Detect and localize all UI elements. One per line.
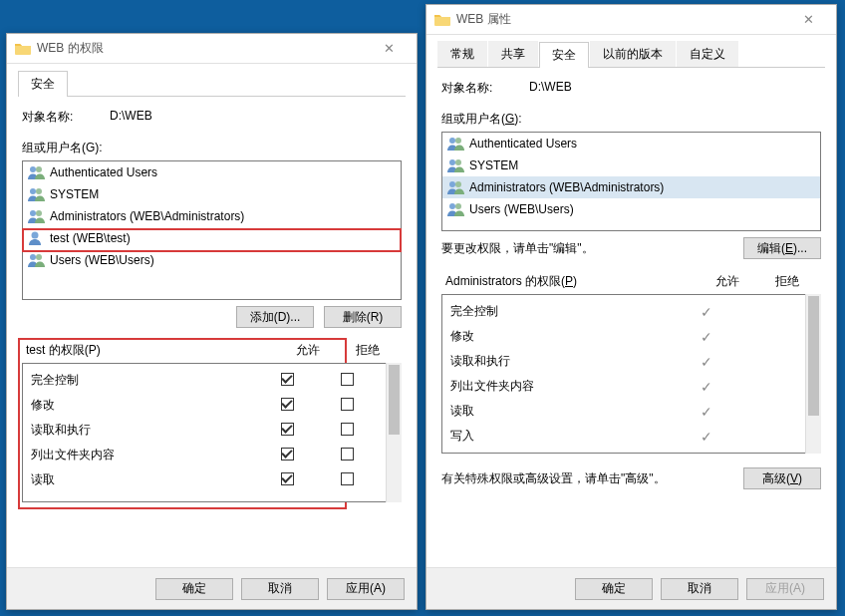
list-item-label: SYSTEM — [469, 158, 518, 172]
scrollbar[interactable] — [805, 294, 821, 454]
edit-button[interactable]: 编辑(E)... — [743, 237, 821, 259]
scrollbar[interactable] — [386, 363, 402, 502]
allow-checkbox[interactable] — [281, 472, 294, 485]
permissions-listbox[interactable]: 完全控制✓修改✓读取和执行✓列出文件夹内容✓读取✓写入✓ — [441, 294, 821, 454]
advanced-hint: 有关特殊权限或高级设置，请单击"高级"。 — [441, 470, 743, 487]
perm-row: 读取✓ — [442, 399, 804, 424]
perm-row: 修改 — [23, 393, 385, 418]
list-item[interactable]: SYSTEM — [442, 154, 820, 176]
cancel-button[interactable]: 取消 — [241, 578, 319, 600]
dialog-title: WEB 属性 — [456, 11, 788, 28]
perm-row: 修改✓ — [442, 324, 804, 349]
svg-point-7 — [30, 254, 36, 260]
group-icon — [27, 208, 47, 224]
svg-point-9 — [449, 138, 455, 144]
allow-indicator: ✓ — [677, 404, 736, 420]
perm-name: 列出文件夹内容 — [31, 447, 257, 463]
users-listbox[interactable]: Authenticated UsersSYSTEMAdministrators … — [441, 132, 821, 231]
dialog-title: WEB 的权限 — [37, 40, 369, 57]
apply-button[interactable]: 应用(A) — [327, 578, 405, 600]
apply-button[interactable]: 应用(A) — [746, 578, 824, 600]
list-item[interactable]: test (WEB\test) — [23, 227, 401, 249]
list-item-label: Administrators (WEB\Administrators) — [50, 209, 244, 223]
user-button-row: 添加(D)... 删除(R) — [22, 306, 402, 328]
ok-button[interactable]: 确定 — [575, 578, 653, 600]
remove-button[interactable]: 删除(R) — [324, 306, 402, 328]
object-name-label: 对象名称: — [22, 109, 110, 126]
group-icon — [446, 201, 466, 217]
list-item[interactable]: Authenticated Users — [23, 161, 401, 183]
svg-point-2 — [30, 188, 36, 194]
deny-checkbox[interactable] — [341, 448, 354, 461]
perm-row: 列出文件夹内容✓ — [442, 374, 804, 399]
object-name-value: D:\WEB — [110, 109, 152, 126]
list-item-label: SYSTEM — [50, 187, 99, 201]
svg-point-4 — [30, 210, 36, 216]
tab-general[interactable]: 常规 — [437, 41, 487, 67]
allow-checkbox[interactable] — [281, 448, 294, 461]
ok-button[interactable]: 确定 — [155, 578, 233, 600]
add-button[interactable]: 添加(D)... — [236, 306, 314, 328]
list-item-label: Users (WEB\Users) — [469, 202, 574, 216]
dialog-body: 安全 对象名称: D:\WEB 组或用户名(G): Authenticated … — [7, 64, 417, 512]
advanced-row: 有关特殊权限或高级设置，请单击"高级"。 高级(V) — [441, 467, 821, 489]
perm-title: Administrators 的权限(P) — [445, 273, 698, 290]
folder-icon — [434, 13, 450, 26]
perm-row: 读取和执行 — [23, 418, 385, 443]
tab-customize[interactable]: 自定义 — [677, 41, 738, 67]
cancel-button[interactable]: 取消 — [661, 578, 738, 600]
list-item[interactable]: Users (WEB\Users) — [442, 198, 820, 220]
advanced-button[interactable]: 高级(V) — [743, 467, 821, 489]
svg-point-13 — [449, 181, 455, 187]
tab-security[interactable]: 安全 — [539, 42, 589, 68]
perm-name: 读取和执行 — [31, 422, 257, 439]
allow-indicator: ✓ — [677, 304, 736, 320]
list-item[interactable]: SYSTEM — [23, 183, 401, 205]
group-icon — [27, 164, 47, 180]
perm-name: 读取和执行 — [450, 353, 677, 370]
deny-checkbox[interactable] — [341, 398, 354, 411]
deny-checkbox[interactable] — [341, 472, 354, 485]
perm-header: test 的权限(P) 允许 拒绝 — [22, 342, 402, 363]
edit-hint-row: 要更改权限，请单击"编辑"。 编辑(E)... — [441, 237, 821, 259]
deny-checkbox[interactable] — [341, 423, 354, 436]
group-icon — [446, 157, 466, 173]
group-icon — [27, 252, 47, 268]
groups-label: 组或用户名(G): — [441, 111, 821, 128]
svg-point-10 — [455, 138, 461, 144]
perm-name: 读取 — [450, 403, 677, 420]
col-deny: 拒绝 — [757, 273, 817, 290]
list-item[interactable]: Users (WEB\Users) — [23, 249, 401, 271]
svg-point-6 — [32, 232, 39, 239]
tab-security[interactable]: 安全 — [18, 71, 68, 97]
allow-checkbox[interactable] — [281, 398, 294, 411]
list-item-label: Users (WEB\Users) — [50, 253, 154, 267]
list-item[interactable]: Administrators (WEB\Administrators) — [442, 176, 820, 198]
groups-label: 组或用户名(G): — [22, 140, 402, 156]
dialog-body: 常规 共享 安全 以前的版本 自定义 对象名称: D:\WEB 组或用户名(G)… — [426, 35, 836, 499]
allow-checkbox[interactable] — [281, 373, 294, 386]
permissions-dialog: WEB 的权限 ✕ 安全 对象名称: D:\WEB 组或用户名(G): Auth… — [6, 33, 418, 610]
users-listbox[interactable]: Authenticated UsersSYSTEMAdministrators … — [22, 160, 402, 300]
tab-content: 对象名称: D:\WEB 组或用户名(G): Authenticated Use… — [437, 68, 825, 493]
allow-checkbox[interactable] — [281, 423, 294, 436]
svg-point-3 — [36, 188, 42, 194]
close-button[interactable]: ✕ — [788, 8, 828, 32]
svg-point-1 — [36, 166, 42, 172]
close-button[interactable]: ✕ — [369, 37, 409, 61]
dialog-footer: 确定 取消 应用(A) — [426, 567, 836, 609]
list-item[interactable]: Administrators (WEB\Administrators) — [23, 205, 401, 227]
list-item-label: Administrators (WEB\Administrators) — [469, 180, 664, 194]
permissions-listbox[interactable]: 完全控制修改读取和执行列出文件夹内容读取 — [22, 363, 402, 502]
deny-checkbox[interactable] — [341, 373, 354, 386]
perm-name: 列出文件夹内容 — [450, 378, 677, 395]
edit-hint-text: 要更改权限，请单击"编辑"。 — [441, 240, 743, 257]
tab-previous[interactable]: 以前的版本 — [590, 41, 676, 67]
perm-header: Administrators 的权限(P) 允许 拒绝 — [441, 273, 821, 294]
tab-sharing[interactable]: 共享 — [488, 41, 538, 67]
folder-icon — [15, 42, 31, 55]
perm-row: 列出文件夹内容 — [23, 443, 385, 467]
list-item[interactable]: Authenticated Users — [442, 133, 820, 154]
group-icon — [27, 186, 47, 202]
perm-row: 读取 — [23, 467, 385, 492]
